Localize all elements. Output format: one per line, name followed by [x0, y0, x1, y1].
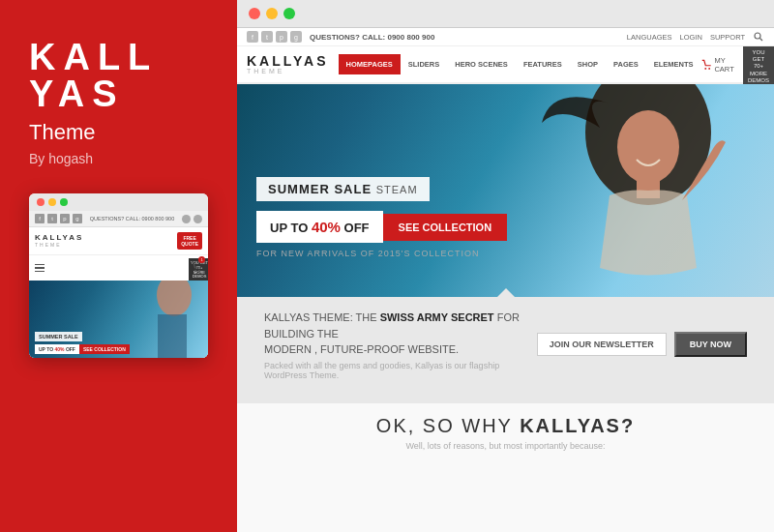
nav-menu: HOMEPAGES SLIDERS HERO SCENES FEATURES S…	[339, 54, 701, 74]
svg-point-7	[708, 68, 710, 70]
callout-arrow	[496, 288, 516, 298]
mini-nav-bar: KALLYAS THEME FREE QUOTE	[29, 227, 208, 255]
theme-label: Theme	[29, 120, 95, 145]
nav-logo: KALLYAS THEME	[247, 54, 329, 74]
dot-red	[249, 8, 260, 19]
site-preview: f t p g QUESTIONS? CALL: 0900 800 900 LA…	[237, 28, 774, 532]
mini-icon-1	[182, 215, 191, 223]
nav-item-elements[interactable]: ELEMENTS	[646, 54, 701, 74]
svg-point-1	[198, 270, 200, 272]
mini-offer-row: UP TO 40% OFF SEE COLLECTION	[35, 344, 202, 354]
mini-pin-icon: p	[60, 214, 70, 223]
hero-content: SUMMER SALE STEAM UP TO 40% OFF SEE COLL…	[256, 177, 507, 258]
mini-cart-badge: 1	[198, 256, 205, 263]
nav-item-features[interactable]: FEATURES	[516, 54, 570, 74]
nav-item-hero-scenes[interactable]: HERO SCENES	[447, 54, 516, 74]
nav-item-sliders[interactable]: SLIDERS	[401, 54, 448, 74]
mini-dot-yellow	[48, 198, 56, 206]
mini-social-icons: f t p g	[35, 214, 82, 223]
left-panel: KALL YAS Theme By hogash f t p g QUESTIO…	[0, 0, 237, 532]
browser-chrome	[237, 0, 774, 28]
util-right: LANGUAGES LOGIN SUPPORT	[627, 31, 764, 43]
why-section: OK, SO WHY KALLYAS? Well, lots of reason…	[237, 403, 774, 532]
mini-free-btn: FREE QUOTE	[177, 232, 202, 250]
buy-now-button[interactable]: BUY NOW	[674, 332, 747, 357]
mini-phone-text: QUESTIONS? CALL: 0900 800 900	[90, 216, 174, 222]
summer-sale-badge: SUMMER SALE STEAM	[256, 177, 430, 201]
fb-icon: f	[247, 31, 258, 43]
dot-green	[283, 8, 295, 19]
nav-item-homepages[interactable]: HOMEPAGES	[339, 54, 401, 74]
mini-nav-wrapper: KALLYAS THEME FREE QUOTE YOU GET70+MORED…	[29, 227, 208, 255]
svg-point-4	[755, 33, 760, 39]
mini-hero: SUMMER SALE UP TO 40% OFF SEE COLLECTION	[29, 281, 208, 358]
util-left: f t p g QUESTIONS? CALL: 0900 800 900	[247, 31, 434, 43]
why-title: OK, SO WHY KALLYAS?	[256, 415, 755, 437]
mini-icon-2	[194, 215, 202, 223]
support-link[interactable]: SUPPORT	[710, 33, 745, 42]
svg-point-9	[617, 110, 679, 184]
svg-point-2	[157, 281, 192, 316]
info-wrapper: KALLYAS THEME: THE SWISS ARMY SECRET FOR…	[237, 297, 774, 403]
new-arrivals-text: FOR NEW ARRIVALS OF 2015'S COLLECTION	[256, 249, 507, 258]
mini-dot-green	[60, 198, 68, 206]
info-text-block: KALLYAS THEME: THE SWISS ARMY SECRET FOR…	[264, 310, 537, 380]
why-subtitle: Well, lots of reasons, but most importan…	[256, 441, 755, 451]
mini-browser-content: f t p g QUESTIONS? CALL: 0900 800 900 KA…	[29, 211, 208, 358]
mini-logo: KALLYAS THEME	[35, 234, 83, 248]
hero-woman-image	[532, 84, 745, 297]
pin-icon: p	[276, 31, 287, 43]
mini-browser-bar	[29, 193, 208, 211]
see-collection-button[interactable]: SEE COLLECTION	[383, 214, 508, 241]
mini-fb-icon: f	[35, 214, 45, 223]
main-nav: KALLYAS THEME HOMEPAGES SLIDERS HERO SCE…	[237, 46, 774, 84]
offer-row: UP TO 40% OFF SEE COLLECTION	[256, 211, 507, 243]
by-author: By hogash	[29, 151, 93, 166]
newsletter-button[interactable]: JOIN OUR NEWSLETTER	[537, 333, 667, 356]
mini-cart-icon: 1	[191, 259, 202, 277]
mini-hamburger-row: 1	[29, 255, 208, 281]
dot-yellow	[266, 8, 278, 19]
mini-hero-overlay: SUMMER SALE UP TO 40% OFF SEE COLLECTION	[29, 321, 208, 358]
mini-dot-red	[37, 198, 45, 206]
nav-item-shop[interactable]: SHOP	[570, 54, 606, 74]
right-panel: f t p g QUESTIONS? CALL: 0900 800 900 LA…	[237, 0, 774, 532]
svg-point-6	[704, 68, 706, 70]
mini-browser-mockup: f t p g QUESTIONS? CALL: 0900 800 900 KA…	[29, 193, 208, 358]
util-social: f t p g	[247, 31, 302, 43]
languages-link[interactable]: LANGUAGES	[627, 33, 672, 42]
mini-top-bar: f t p g QUESTIONS? CALL: 0900 800 900	[29, 211, 208, 227]
search-icon[interactable]	[753, 31, 764, 43]
tw-icon: t	[261, 31, 273, 43]
brand-title: KALL YAS	[29, 39, 158, 112]
mini-tw-icon: t	[47, 214, 57, 223]
nav-item-pages[interactable]: PAGES	[606, 54, 646, 74]
mini-gp-icon: g	[73, 214, 82, 223]
up-to-off-text: UP TO 40% OFF	[256, 211, 383, 243]
utility-bar: f t p g QUESTIONS? CALL: 0900 800 900 LA…	[237, 28, 774, 46]
info-main-text: KALLYAS THEME: THE SWISS ARMY SECRET FOR…	[264, 310, 537, 358]
mini-see-btn: SEE COLLECTION	[79, 344, 130, 354]
hero-section: SUMMER SALE STEAM UP TO 40% OFF SEE COLL…	[237, 84, 774, 297]
mini-right-icons	[182, 215, 202, 223]
mini-hamburger-icon	[35, 264, 45, 273]
info-sub-text: Packed with all the gems and goodies, Ka…	[264, 361, 537, 380]
svg-line-5	[760, 39, 763, 42]
gp-icon: g	[290, 31, 302, 43]
mini-off-text: UP TO 40% OFF	[35, 344, 79, 354]
login-link[interactable]: LOGIN	[680, 33, 702, 42]
util-phone: QUESTIONS? CALL: 0900 800 900	[310, 33, 434, 42]
mini-sale-badge: SUMMER SALE	[35, 332, 82, 341]
info-buttons: JOIN OUR NEWSLETTER BUY NOW	[537, 332, 747, 357]
info-section: KALLYAS THEME: THE SWISS ARMY SECRET FOR…	[251, 298, 760, 392]
demos-badge: YOU GET70+ MOREDEMOS	[743, 46, 774, 87]
svg-point-0	[194, 270, 196, 272]
